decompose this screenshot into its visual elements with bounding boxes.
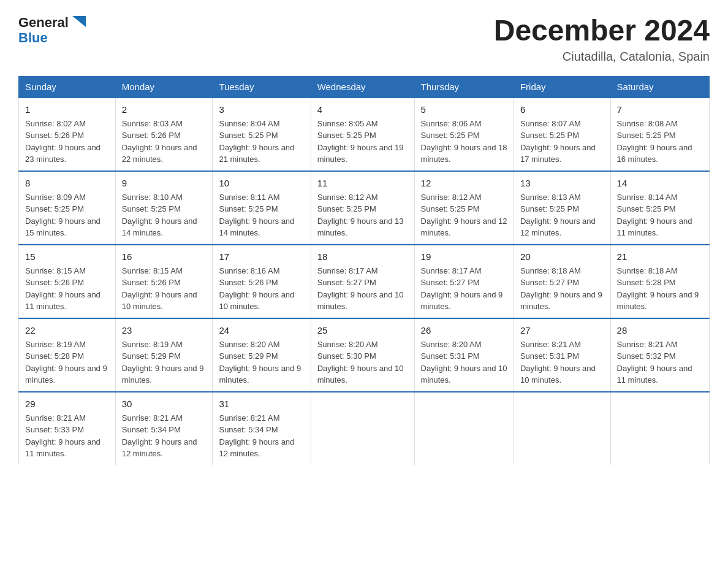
- day-info: Sunrise: 8:21 AMSunset: 5:34 PMDaylight:…: [219, 412, 304, 460]
- day-number: 10: [219, 177, 304, 190]
- day-info: Sunrise: 8:21 AMSunset: 5:34 PMDaylight:…: [122, 412, 207, 460]
- day-info: Sunrise: 8:16 AMSunset: 5:26 PMDaylight:…: [219, 265, 304, 313]
- day-info: Sunrise: 8:21 AMSunset: 5:33 PMDaylight:…: [25, 412, 109, 460]
- calendar-cell: 12Sunrise: 8:12 AMSunset: 5:25 PMDayligh…: [414, 171, 514, 245]
- day-number: 12: [421, 177, 507, 190]
- day-number: 8: [25, 177, 109, 190]
- calendar-cell: 15Sunrise: 8:15 AMSunset: 5:26 PMDayligh…: [19, 245, 116, 318]
- day-info: Sunrise: 8:20 AMSunset: 5:30 PMDaylight:…: [317, 339, 408, 386]
- day-info: Sunrise: 8:06 AMSunset: 5:25 PMDaylight:…: [421, 118, 507, 166]
- header-saturday: Saturday: [610, 76, 709, 98]
- header-wednesday: Wednesday: [311, 76, 414, 98]
- calendar-cell: 23Sunrise: 8:19 AMSunset: 5:29 PMDayligh…: [115, 318, 213, 392]
- day-number: 17: [219, 250, 304, 263]
- calendar-cell: 16Sunrise: 8:15 AMSunset: 5:26 PMDayligh…: [115, 245, 213, 318]
- day-info: Sunrise: 8:04 AMSunset: 5:25 PMDaylight:…: [219, 118, 304, 166]
- day-number: 27: [520, 324, 604, 337]
- day-info: Sunrise: 8:17 AMSunset: 5:27 PMDaylight:…: [421, 265, 507, 313]
- day-number: 11: [317, 177, 408, 190]
- calendar-header-row: SundayMondayTuesdayWednesdayThursdayFrid…: [19, 76, 710, 98]
- day-number: 9: [122, 177, 207, 190]
- day-info: Sunrise: 8:12 AMSunset: 5:25 PMDaylight:…: [421, 191, 507, 239]
- calendar-cell: 31Sunrise: 8:21 AMSunset: 5:34 PMDayligh…: [213, 392, 311, 465]
- calendar-cell: 28Sunrise: 8:21 AMSunset: 5:32 PMDayligh…: [610, 318, 709, 392]
- calendar-cell: 9Sunrise: 8:10 AMSunset: 5:25 PMDaylight…: [115, 171, 213, 245]
- calendar-cell: 13Sunrise: 8:13 AMSunset: 5:25 PMDayligh…: [514, 171, 610, 245]
- calendar-cell: 20Sunrise: 8:18 AMSunset: 5:27 PMDayligh…: [514, 245, 610, 318]
- day-info: Sunrise: 8:18 AMSunset: 5:27 PMDaylight:…: [520, 265, 604, 313]
- day-info: Sunrise: 8:05 AMSunset: 5:25 PMDaylight:…: [317, 118, 408, 166]
- day-info: Sunrise: 8:15 AMSunset: 5:26 PMDaylight:…: [25, 265, 109, 313]
- day-number: 4: [317, 103, 408, 116]
- day-number: 25: [317, 324, 408, 337]
- calendar-cell: 27Sunrise: 8:21 AMSunset: 5:31 PMDayligh…: [514, 318, 610, 392]
- calendar-table: SundayMondayTuesdayWednesdayThursdayFrid…: [18, 76, 710, 465]
- header-friday: Friday: [514, 76, 610, 98]
- day-number: 13: [520, 177, 604, 190]
- calendar-cell: 29Sunrise: 8:21 AMSunset: 5:33 PMDayligh…: [19, 392, 116, 465]
- day-info: Sunrise: 8:21 AMSunset: 5:31 PMDaylight:…: [520, 339, 604, 386]
- calendar-cell: [514, 392, 610, 465]
- calendar-week-row: 8Sunrise: 8:09 AMSunset: 5:25 PMDaylight…: [19, 171, 710, 245]
- header-tuesday: Tuesday: [213, 76, 311, 98]
- calendar-week-row: 29Sunrise: 8:21 AMSunset: 5:33 PMDayligh…: [19, 392, 710, 465]
- day-info: Sunrise: 8:15 AMSunset: 5:26 PMDaylight:…: [122, 265, 207, 313]
- day-info: Sunrise: 8:14 AMSunset: 5:25 PMDaylight:…: [617, 191, 703, 239]
- logo-text-line2: Blue: [18, 30, 48, 45]
- calendar-cell: 3Sunrise: 8:04 AMSunset: 5:25 PMDaylight…: [213, 98, 311, 171]
- day-number: 23: [122, 324, 207, 337]
- day-number: 5: [421, 103, 507, 116]
- calendar-week-row: 15Sunrise: 8:15 AMSunset: 5:26 PMDayligh…: [19, 245, 710, 318]
- page-header: General Blue December 2024 Ciutadilla, C…: [18, 15, 710, 64]
- svg-marker-0: [72, 16, 86, 27]
- calendar-week-row: 1Sunrise: 8:02 AMSunset: 5:26 PMDaylight…: [19, 98, 710, 171]
- day-info: Sunrise: 8:17 AMSunset: 5:27 PMDaylight:…: [317, 265, 408, 313]
- day-number: 6: [520, 103, 604, 116]
- day-info: Sunrise: 8:10 AMSunset: 5:25 PMDaylight:…: [122, 191, 207, 239]
- day-number: 20: [520, 250, 604, 263]
- day-info: Sunrise: 8:11 AMSunset: 5:25 PMDaylight:…: [219, 191, 304, 239]
- calendar-cell: 24Sunrise: 8:20 AMSunset: 5:29 PMDayligh…: [213, 318, 311, 392]
- day-info: Sunrise: 8:03 AMSunset: 5:26 PMDaylight:…: [122, 118, 207, 166]
- day-info: Sunrise: 8:13 AMSunset: 5:25 PMDaylight:…: [520, 191, 604, 239]
- calendar-cell: 30Sunrise: 8:21 AMSunset: 5:34 PMDayligh…: [115, 392, 213, 465]
- day-number: 30: [122, 397, 207, 410]
- calendar-cell: 25Sunrise: 8:20 AMSunset: 5:30 PMDayligh…: [311, 318, 414, 392]
- day-number: 24: [219, 324, 304, 337]
- header-thursday: Thursday: [414, 76, 514, 98]
- logo-text-line1: General: [18, 15, 69, 30]
- day-number: 22: [25, 324, 109, 337]
- calendar-cell: 8Sunrise: 8:09 AMSunset: 5:25 PMDaylight…: [19, 171, 116, 245]
- day-info: Sunrise: 8:21 AMSunset: 5:32 PMDaylight:…: [617, 339, 703, 386]
- day-number: 21: [617, 250, 703, 263]
- page-title: December 2024: [494, 15, 710, 47]
- day-info: Sunrise: 8:12 AMSunset: 5:25 PMDaylight:…: [317, 191, 408, 239]
- day-info: Sunrise: 8:08 AMSunset: 5:25 PMDaylight:…: [617, 118, 703, 166]
- day-number: 15: [25, 250, 109, 263]
- calendar-cell: 19Sunrise: 8:17 AMSunset: 5:27 PMDayligh…: [414, 245, 514, 318]
- calendar-week-row: 22Sunrise: 8:19 AMSunset: 5:28 PMDayligh…: [19, 318, 710, 392]
- day-number: 18: [317, 250, 408, 263]
- calendar-cell: 26Sunrise: 8:20 AMSunset: 5:31 PMDayligh…: [414, 318, 514, 392]
- day-number: 1: [25, 103, 109, 116]
- day-info: Sunrise: 8:07 AMSunset: 5:25 PMDaylight:…: [520, 118, 604, 166]
- day-number: 16: [122, 250, 207, 263]
- logo: General Blue: [18, 15, 88, 45]
- calendar-cell: 5Sunrise: 8:06 AMSunset: 5:25 PMDaylight…: [414, 98, 514, 171]
- calendar-cell: 22Sunrise: 8:19 AMSunset: 5:28 PMDayligh…: [19, 318, 116, 392]
- day-info: Sunrise: 8:09 AMSunset: 5:25 PMDaylight:…: [25, 191, 109, 239]
- day-number: 31: [219, 397, 304, 410]
- calendar-cell: [414, 392, 514, 465]
- calendar-cell: 17Sunrise: 8:16 AMSunset: 5:26 PMDayligh…: [213, 245, 311, 318]
- day-number: 26: [421, 324, 507, 337]
- calendar-cell: 1Sunrise: 8:02 AMSunset: 5:26 PMDaylight…: [19, 98, 116, 171]
- calendar-cell: 18Sunrise: 8:17 AMSunset: 5:27 PMDayligh…: [311, 245, 414, 318]
- calendar-cell: 6Sunrise: 8:07 AMSunset: 5:25 PMDaylight…: [514, 98, 610, 171]
- page-subtitle: Ciutadilla, Catalonia, Spain: [494, 50, 710, 64]
- day-info: Sunrise: 8:20 AMSunset: 5:29 PMDaylight:…: [219, 339, 304, 386]
- day-number: 7: [617, 103, 703, 116]
- day-info: Sunrise: 8:02 AMSunset: 5:26 PMDaylight:…: [25, 118, 109, 166]
- calendar-cell: [311, 392, 414, 465]
- day-number: 28: [617, 324, 703, 337]
- day-number: 19: [421, 250, 507, 263]
